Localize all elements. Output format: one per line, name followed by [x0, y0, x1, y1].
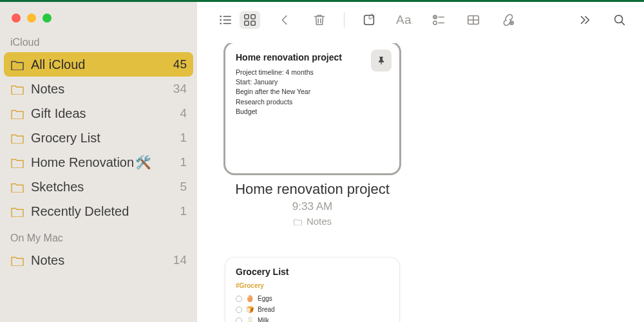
view-mode-group — [215, 11, 260, 29]
note-card-tag: #Grocery — [236, 282, 389, 289]
table-button[interactable] — [463, 11, 484, 29]
sidebar: iCloud All iCloud 45 Notes 34 Gift Ideas… — [0, 2, 197, 322]
folder-count: 4 — [171, 106, 187, 120]
sidebar-section-label: iCloud — [0, 34, 197, 52]
svg-rect-6 — [245, 15, 249, 19]
toolbar-divider — [344, 12, 345, 28]
sidebar-folder-recently-deleted[interactable]: Recently Deleted 1 — [0, 199, 197, 223]
sidebar-folder-gift-ideas[interactable]: Gift Ideas 4 — [0, 101, 197, 126]
note-item[interactable]: Home renovation project Project timeline… — [225, 43, 399, 227]
folder-icon — [10, 205, 24, 217]
format-button[interactable]: Aa — [393, 11, 414, 29]
folder-icon — [10, 59, 24, 70]
table-icon — [466, 13, 480, 27]
item-text: Bread — [258, 304, 275, 315]
sidebar-folder-grocery-list[interactable]: Grocery List 1 — [0, 126, 197, 150]
folder-count: 1 — [171, 131, 187, 145]
gallery-view-button[interactable] — [240, 11, 260, 29]
back-button[interactable] — [274, 11, 295, 29]
item-emoji: 🥚 — [246, 293, 254, 304]
toolbar: Aa — [197, 2, 644, 43]
svg-point-4 — [220, 23, 222, 24]
folder-count: 34 — [171, 82, 187, 96]
svg-point-2 — [220, 19, 222, 21]
folder-name: All iCloud — [31, 57, 165, 72]
folder-count: 14 — [171, 253, 187, 267]
folder-name: Gift Ideas — [31, 106, 165, 121]
folder-name: Recently Deleted — [31, 204, 165, 219]
folder-icon — [293, 218, 303, 225]
sidebar-folder-notes[interactable]: Notes 34 — [0, 77, 197, 101]
trash-icon — [312, 13, 327, 27]
note-title: Home renovation project — [235, 181, 390, 198]
sidebar-folder-sketches[interactable]: Sketches 5 — [0, 175, 197, 199]
svg-line-24 — [621, 22, 624, 24]
folder-count: 45 — [171, 57, 187, 71]
folder-icon — [10, 132, 24, 144]
note-card-checklist: 🥚Eggs 🍞Bread 🥛Milk 🍰Cake 🍅Tomatoes 🥔Pota… — [236, 293, 389, 322]
delete-button[interactable] — [309, 11, 330, 29]
folder-icon — [10, 181, 24, 193]
link-icon — [501, 13, 515, 27]
window-controls — [0, 8, 197, 34]
svg-rect-7 — [251, 15, 255, 19]
checklist-icon — [431, 13, 446, 27]
close-window-button[interactable] — [12, 14, 21, 23]
link-button[interactable] — [498, 11, 518, 29]
grid-icon — [243, 13, 257, 27]
check-circle-icon — [236, 296, 242, 302]
chevron-left-icon — [278, 13, 292, 27]
item-text: Milk — [258, 315, 269, 322]
item-emoji: 🥛 — [246, 315, 254, 322]
folder-count: 1 — [171, 204, 187, 218]
sidebar-section-label: On My Mac — [0, 230, 197, 248]
app-frame: iCloud All iCloud 45 Notes 34 Gift Ideas… — [0, 2, 644, 322]
folder-name: Home Renovation🛠️ — [31, 155, 165, 170]
sidebar-folder-home-renovation[interactable]: Home Renovation🛠️ 1 — [0, 150, 197, 175]
list-view-button[interactable] — [215, 11, 236, 29]
zoom-window-button[interactable] — [43, 14, 52, 23]
note-card-title: Grocery List — [236, 267, 389, 277]
new-note-button[interactable] — [359, 11, 379, 29]
pin-icon — [376, 55, 386, 66]
search-button[interactable] — [609, 11, 630, 29]
more-button[interactable] — [574, 11, 595, 29]
list-icon — [218, 13, 232, 27]
folder-name: Sketches — [31, 180, 165, 194]
note-folder: Notes — [235, 216, 390, 227]
minimize-window-button[interactable] — [27, 14, 36, 23]
folder-icon — [10, 83, 24, 95]
sidebar-folder-local-notes[interactable]: Notes 14 — [0, 248, 197, 272]
notes-gallery: Home renovation project Project timeline… — [197, 43, 644, 322]
main-pane: Aa — [197, 2, 644, 322]
sidebar-folder-all-icloud[interactable]: All iCloud 45 — [4, 52, 193, 77]
folder-icon — [10, 254, 24, 266]
note-card[interactable]: Grocery List #Grocery 🥚Eggs 🍞Bread 🥛Milk… — [225, 258, 399, 322]
folder-name: Notes — [31, 253, 165, 268]
note-card-title: Home renovation project — [236, 52, 389, 62]
folder-name: Notes — [31, 82, 165, 97]
note-folder-name: Notes — [307, 216, 332, 227]
folder-name: Grocery List — [31, 131, 165, 146]
note-time: 9:33 AM — [235, 200, 390, 213]
folder-count: 5 — [171, 180, 187, 194]
svg-point-15 — [433, 21, 437, 25]
svg-rect-8 — [245, 21, 249, 25]
note-item[interactable]: Grocery List #Grocery 🥚Eggs 🍞Bread 🥛Milk… — [225, 258, 399, 322]
svg-point-0 — [220, 15, 222, 17]
item-text: Eggs — [258, 293, 272, 304]
chevrons-right-icon — [578, 13, 592, 27]
note-card-body: Project timeline: 4 months Start: Januar… — [236, 68, 389, 117]
item-emoji: 🍞 — [246, 304, 254, 315]
check-circle-icon — [236, 307, 242, 313]
hammer-wrench-icon: 🛠️ — [135, 155, 151, 170]
compose-icon — [362, 13, 376, 27]
check-circle-icon — [236, 317, 242, 323]
checklist-button[interactable] — [428, 11, 449, 29]
folder-count: 1 — [171, 155, 187, 169]
search-icon — [612, 13, 627, 27]
note-meta: Home renovation project 9:33 AM Notes — [235, 181, 390, 227]
pin-badge — [371, 50, 392, 71]
svg-rect-9 — [251, 21, 255, 25]
note-card[interactable]: Home renovation project Project timeline… — [225, 43, 399, 173]
